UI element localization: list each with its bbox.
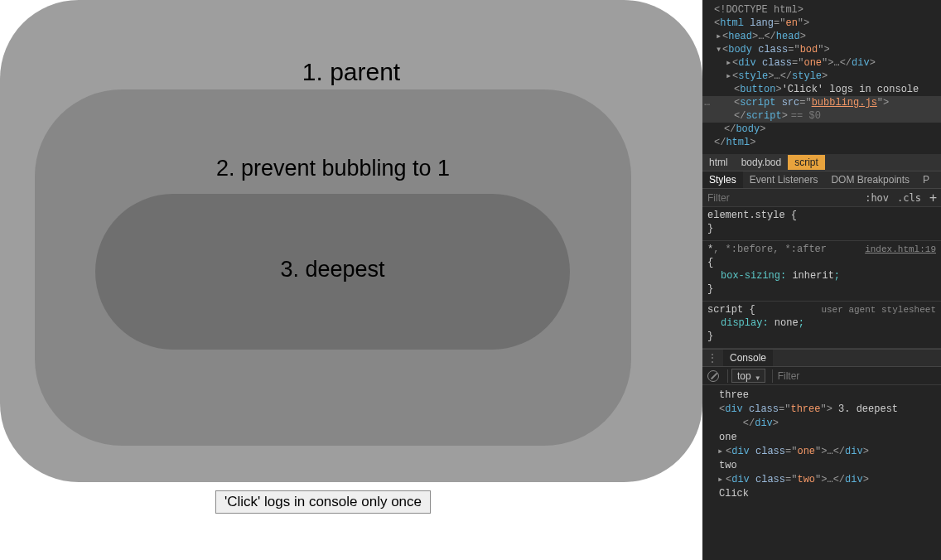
devtools-panel: <!DOCTYPE html> <html lang="en"> ▸<head>…: [702, 0, 941, 560]
elements-tree[interactable]: <!DOCTYPE html> <html lang="en"> ▸<head>…: [702, 0, 941, 154]
console-log-line[interactable]: two: [719, 459, 936, 473]
expand-arrow-icon[interactable]: ▸: [726, 56, 732, 70]
style-rule-universal[interactable]: index.html:19 *, *:before, *:after{ box-…: [702, 241, 941, 302]
toggle-hov-button[interactable]: :hov: [861, 192, 893, 204]
console-log-line[interactable]: Click: [719, 487, 936, 501]
toggle-cls-button[interactable]: .cls: [893, 192, 925, 204]
collapse-arrow-icon[interactable]: ▾: [716, 43, 722, 56]
console-context-select[interactable]: top: [731, 369, 765, 383]
elements-breadcrumb: html body.bod script: [702, 154, 941, 171]
tab-more[interactable]: P: [916, 171, 936, 188]
clear-console-icon[interactable]: [707, 370, 719, 382]
console-log-element[interactable]: <div class="three"> 3. deepest </div>: [719, 403, 936, 431]
styles-pane-tabs: Styles Event Listeners DOM Breakpoints P: [702, 171, 941, 189]
elements-node-div-one[interactable]: ▸<div class="one">…</div>: [702, 56, 941, 70]
style-rule-script[interactable]: user agent stylesheet script { display: …: [702, 302, 941, 349]
styles-filter-bar: :hov .cls +: [702, 189, 941, 207]
elements-node-doctype[interactable]: <!DOCTYPE html>: [702, 3, 941, 17]
console-log-line[interactable]: three: [719, 389, 936, 403]
elements-node-button[interactable]: <button>'Click' logs in console: [702, 83, 941, 96]
console-output[interactable]: three <div class="three"> 3. deepest </d…: [702, 385, 941, 504]
console-filter-input[interactable]: [776, 369, 826, 383]
console-log-line[interactable]: one: [719, 431, 936, 445]
deepest-box[interactable]: 3. deepest: [95, 194, 570, 350]
expand-arrow-icon[interactable]: ▸: [726, 70, 732, 83]
expand-arrow-icon[interactable]: ▸: [716, 30, 722, 43]
expand-arrow-icon[interactable]: ▸: [717, 473, 726, 487]
elements-node-script-close[interactable]: </script>== $0: [702, 109, 941, 123]
console-toolbar: top: [702, 367, 941, 385]
elements-node-body[interactable]: ▾<body class="bod">: [702, 43, 941, 56]
new-rule-button[interactable]: +: [925, 191, 941, 205]
console-drawer-header: ⋮ Console: [702, 349, 941, 367]
tab-styles[interactable]: Styles: [702, 171, 743, 188]
console-log-element[interactable]: ▸<div class="two">…</div>: [719, 473, 936, 487]
elements-node-html[interactable]: <html lang="en">: [702, 17, 941, 30]
elements-node-head[interactable]: ▸<head>…</head>: [702, 30, 941, 43]
tab-dom-breakpoints[interactable]: DOM Breakpoints: [824, 171, 916, 188]
breadcrumb-item-html[interactable]: html: [702, 155, 735, 170]
elements-node-html-close[interactable]: </html>: [702, 136, 941, 149]
tab-event-listeners[interactable]: Event Listeners: [743, 171, 825, 188]
console-log-element[interactable]: ▸<div class="one">…</div>: [719, 445, 936, 459]
rendered-page: 1. parent 2. prevent bubbling to 1 3. de…: [0, 0, 702, 560]
user-agent-label: user agent stylesheet: [821, 303, 936, 316]
click-logs-button[interactable]: 'Click' logs in console only once: [215, 490, 431, 514]
console-tab[interactable]: Console: [723, 350, 773, 366]
overflow-dots-icon: …: [704, 96, 710, 109]
styles-filter-input[interactable]: [702, 191, 861, 205]
rule-source-link[interactable]: index.html:19: [865, 243, 936, 256]
elements-node-body-close[interactable]: </body>: [702, 123, 941, 136]
expand-arrow-icon[interactable]: ▸: [717, 445, 726, 459]
breadcrumb-item-script[interactable]: script: [788, 155, 825, 170]
style-rule-element[interactable]: element.style { }: [702, 207, 941, 241]
breadcrumb-item-body[interactable]: body.bod: [735, 155, 789, 170]
elements-node-style[interactable]: ▸<style>…</style>: [702, 70, 941, 83]
elements-node-script-selected[interactable]: …<script src="bubbling.js">: [702, 96, 941, 109]
parent-box-label: 1. parent: [0, 0, 702, 86]
middle-box-label: 2. prevent bubbling to 1: [35, 89, 631, 181]
deepest-box-label: 3. deepest: [95, 194, 570, 282]
drag-handle-icon[interactable]: ⋮: [702, 352, 723, 364]
